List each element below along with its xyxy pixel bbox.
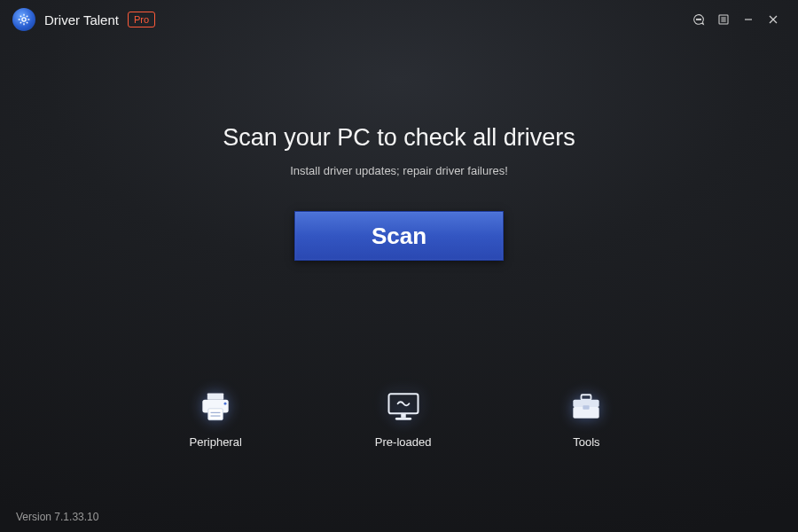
svg-point-13 xyxy=(224,403,227,405)
feature-preloaded[interactable]: Pre-loaded xyxy=(375,389,432,449)
app-logo-icon xyxy=(12,8,35,31)
statusbar: Version 7.1.33.10 xyxy=(0,502,798,532)
minimize-icon xyxy=(741,12,755,27)
feature-row: Peripheral Pre-loaded xyxy=(0,389,798,449)
pro-badge: Pro xyxy=(128,12,155,27)
scan-button-label: Scan xyxy=(372,223,426,250)
titlebar: Driver Talent Pro xyxy=(0,0,798,39)
feature-peripheral[interactable]: Peripheral xyxy=(190,389,242,449)
minimize-button[interactable] xyxy=(736,7,761,32)
feature-label: Pre-loaded xyxy=(375,435,432,449)
svg-point-1 xyxy=(696,19,697,20)
speech-bubble-icon xyxy=(692,12,706,27)
monitor-icon xyxy=(381,389,426,425)
svg-point-2 xyxy=(698,19,699,20)
feature-label: Tools xyxy=(573,435,599,449)
toolbox-icon xyxy=(564,389,608,425)
main-area: Scan your PC to check all drivers Instal… xyxy=(0,39,798,502)
version-label: Version 7.1.33.10 xyxy=(16,511,98,523)
close-button[interactable] xyxy=(761,7,786,32)
svg-rect-11 xyxy=(207,393,223,399)
svg-rect-14 xyxy=(208,409,223,420)
svg-point-3 xyxy=(700,19,700,20)
menu-icon xyxy=(716,12,731,27)
printer-icon xyxy=(193,389,238,425)
feature-tools[interactable]: Tools xyxy=(564,389,608,449)
subheadline: Install driver updates; repair driver fa… xyxy=(290,164,508,177)
close-icon xyxy=(766,12,780,27)
svg-point-0 xyxy=(22,18,26,21)
scan-button[interactable]: Scan xyxy=(294,211,504,261)
svg-rect-23 xyxy=(583,405,590,410)
feature-label: Peripheral xyxy=(190,435,242,449)
svg-rect-19 xyxy=(395,418,411,420)
feedback-button[interactable] xyxy=(686,7,711,32)
svg-rect-20 xyxy=(582,395,591,400)
menu-button[interactable] xyxy=(711,7,736,32)
app-title: Driver Talent xyxy=(44,12,119,27)
headline: Scan your PC to check all drivers xyxy=(223,124,575,152)
svg-rect-18 xyxy=(401,413,406,418)
